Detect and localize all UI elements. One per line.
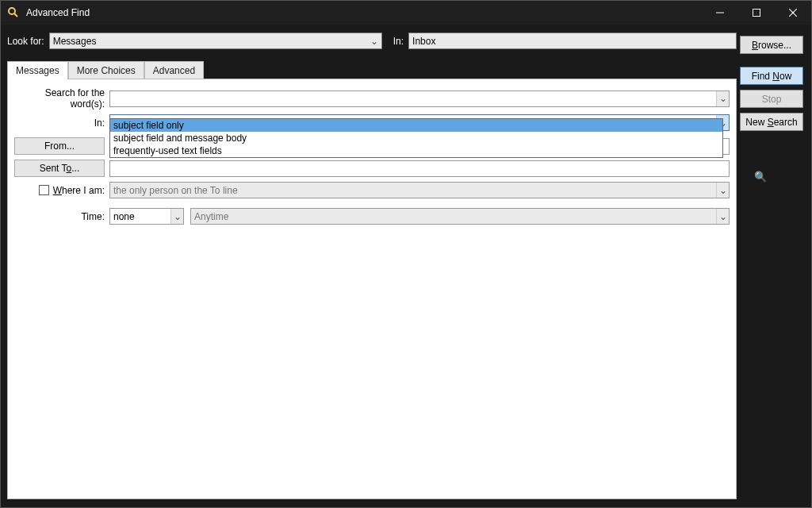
magnifier-icon: 🔍 (754, 171, 767, 183)
titlebar: Advanced Find (1, 1, 811, 25)
svg-rect-3 (753, 10, 760, 17)
look-for-dropdown[interactable]: Messages ⌄ (49, 33, 382, 49)
in-field-dropdown-list: subject field only subject field and mes… (109, 118, 723, 158)
action-buttons: Browse... Find Now Stop New Search (740, 36, 803, 131)
time-range-dropdown: Anytime⌄ (190, 208, 730, 225)
where-checkbox[interactable] (39, 185, 49, 195)
topbar: Look for: Messages ⌄ In: Inbox (1, 25, 811, 52)
sent-to-row: Sent To... (14, 160, 730, 177)
svg-point-0 (9, 8, 15, 14)
browse-button[interactable]: Browse... (740, 36, 803, 54)
dropdown-option-subject-only[interactable]: subject field only (110, 119, 722, 132)
new-search-button[interactable]: New Search (740, 113, 803, 131)
look-for-label: Look for: (7, 36, 44, 47)
from-button[interactable]: From... (14, 137, 105, 155)
search-words-row: Search for the word(s): ⌄ (14, 87, 730, 110)
advanced-find-window: Advanced Find Look for: Messages ⌄ In: I… (0, 0, 812, 508)
messages-panel: Search for the word(s): ⌄ In: subject fi… (7, 79, 737, 499)
where-label: Where I am: (53, 185, 105, 196)
chevron-down-icon[interactable]: ⌄ (170, 209, 183, 224)
dropdown-option-frequent-fields[interactable]: frequently-used text fields (110, 144, 722, 157)
chevron-down-icon: ⌄ (716, 209, 729, 224)
stop-button: Stop (740, 90, 803, 108)
tab-more-choices[interactable]: More Choices (68, 61, 144, 79)
dropdown-option-subject-body[interactable]: subject field and message body (110, 132, 722, 144)
tab-area: Messages More Choices Advanced Search fo… (7, 60, 737, 499)
close-button[interactable] (775, 1, 811, 25)
find-icon (7, 6, 20, 19)
sent-to-input[interactable] (109, 160, 730, 177)
window-title: Advanced Find (26, 7, 702, 18)
window-buttons (702, 1, 811, 25)
tabstrip: Messages More Choices Advanced (7, 60, 737, 79)
search-words-label: Search for the word(s): (14, 87, 109, 110)
chevron-down-icon: ⌄ (716, 183, 729, 198)
in-folder-label: In: (393, 36, 404, 47)
time-row: Time: none⌄ Anytime⌄ (14, 208, 730, 225)
maximize-button[interactable] (738, 1, 775, 25)
search-words-input[interactable]: ⌄ (109, 90, 730, 107)
find-now-button[interactable]: Find Now (740, 67, 803, 85)
in-folder-field[interactable]: Inbox (408, 33, 737, 49)
tab-messages[interactable]: Messages (7, 61, 68, 79)
chevron-down-icon[interactable]: ⌄ (716, 91, 729, 106)
tab-advanced[interactable]: Advanced (144, 61, 204, 79)
where-row: Where I am: the only person on the To li… (14, 182, 730, 198)
in-field-label: In: (14, 117, 109, 129)
look-for-value: Messages (53, 36, 97, 47)
in-folder-value: Inbox (412, 36, 435, 47)
where-dropdown: the only person on the To line⌄ (109, 182, 730, 198)
time-dropdown[interactable]: none⌄ (109, 208, 184, 225)
sent-to-button[interactable]: Sent To... (14, 160, 105, 177)
time-label: Time: (14, 211, 109, 222)
svg-line-1 (14, 13, 17, 17)
minimize-button[interactable] (702, 1, 738, 25)
chevron-down-icon: ⌄ (370, 36, 378, 47)
